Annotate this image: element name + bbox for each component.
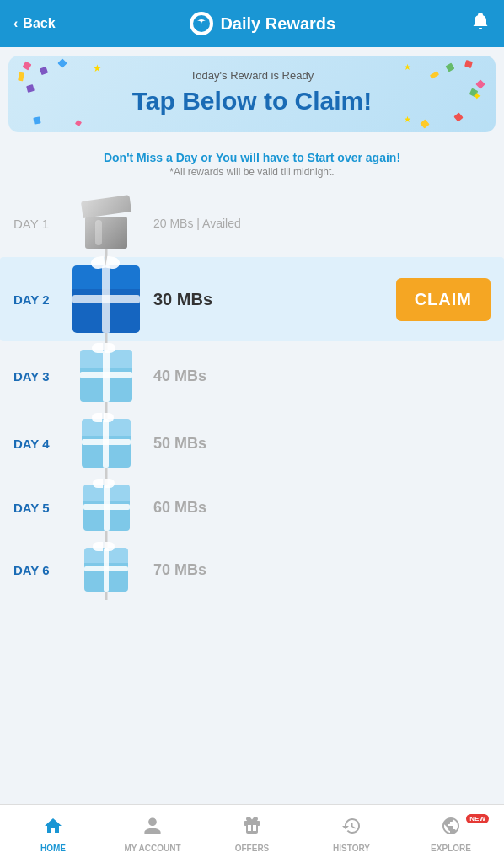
day-1-label: DAY 1 bbox=[13, 217, 72, 231]
nav-offers[interactable]: OFFERS bbox=[202, 816, 302, 853]
nav-my-account[interactable]: MY ACCOUNT bbox=[103, 816, 202, 853]
explore-icon bbox=[441, 816, 461, 841]
nav-home[interactable]: HOME bbox=[3, 816, 103, 853]
header: ‹ Back Daily Rewards bbox=[0, 0, 504, 47]
day-row-5: DAY 5 60 MBs bbox=[13, 476, 491, 539]
claim-button[interactable]: CLAIM bbox=[396, 278, 491, 321]
notification-bell-icon[interactable] bbox=[470, 11, 491, 36]
nav-home-label: HOME bbox=[40, 844, 66, 853]
nav-explore[interactable]: NEW EXPLORE bbox=[401, 816, 501, 853]
bottom-navigation: HOME MY ACCOUNT OFFERS HISTORY NEW bbox=[0, 804, 504, 863]
day-4-gift bbox=[72, 419, 140, 468]
day-2-reward: 30 MBs bbox=[140, 290, 396, 309]
reward-banner: ★ ★ ✦ ★ Today's Reward is Ready Tap Belo… bbox=[8, 56, 496, 132]
warning-section: Don't Miss a Day or You will have to Sta… bbox=[0, 141, 504, 181]
warning-main-text: Don't Miss a Day or You will have to Sta… bbox=[13, 151, 491, 164]
day-row-1: DAY 1 20 MBs | Availed bbox=[13, 190, 491, 257]
day-5-reward: 60 MBs bbox=[140, 499, 491, 517]
back-chevron-icon: ‹ bbox=[13, 16, 18, 31]
nav-history-label: HISTORY bbox=[333, 844, 370, 853]
day-5-gift-icon bbox=[83, 485, 130, 531]
brand-icon bbox=[190, 12, 213, 35]
day-6-label: DAY 6 bbox=[13, 563, 72, 577]
nav-offers-label: OFFERS bbox=[235, 844, 270, 853]
day-1-gift bbox=[72, 198, 140, 249]
day-row-3: DAY 3 40 MBs bbox=[13, 341, 491, 410]
day-row-2: DAY 2 30 MBs CLAIM bbox=[0, 257, 504, 341]
nav-history[interactable]: HISTORY bbox=[302, 816, 401, 853]
person-icon bbox=[142, 816, 163, 841]
back-button[interactable]: ‹ Back bbox=[13, 16, 56, 31]
day-6-gift-icon bbox=[84, 548, 128, 592]
warning-sub-text: *All rewards will be valid till midnight… bbox=[13, 166, 491, 178]
day-3-label: DAY 3 bbox=[13, 369, 72, 383]
telenor-logo-icon bbox=[192, 14, 211, 33]
day-2-gift bbox=[72, 265, 140, 333]
nav-explore-label: EXPLORE bbox=[431, 844, 471, 853]
day-5-gift bbox=[72, 485, 140, 531]
new-badge: NEW bbox=[466, 814, 489, 823]
day-3-reward: 40 MBs bbox=[140, 367, 491, 385]
nav-account-label: MY ACCOUNT bbox=[124, 844, 180, 853]
day-row-6: DAY 6 70 MBs bbox=[13, 539, 491, 600]
day-4-gift-icon bbox=[82, 419, 131, 468]
gift-icon bbox=[242, 816, 262, 841]
day-4-label: DAY 4 bbox=[13, 437, 72, 451]
day-2-gift-icon bbox=[72, 265, 140, 333]
day-4-reward: 50 MBs bbox=[140, 435, 491, 453]
day-3-gift-icon bbox=[80, 350, 132, 402]
page-title: Daily Rewards bbox=[220, 14, 335, 34]
header-title-wrap: Daily Rewards bbox=[190, 12, 335, 35]
day-6-gift bbox=[72, 548, 140, 592]
banner-title: Tap Below to Claim! bbox=[25, 87, 479, 115]
back-label: Back bbox=[23, 16, 55, 31]
day-1-reward: 20 MBs | Availed bbox=[140, 217, 491, 230]
day-2-label: DAY 2 bbox=[13, 292, 72, 307]
day-5-label: DAY 5 bbox=[13, 501, 72, 515]
day-6-reward: 70 MBs bbox=[140, 561, 491, 579]
banner-subtitle: Today's Reward is Ready bbox=[25, 69, 479, 82]
home-icon bbox=[43, 816, 63, 841]
day-1-tin-icon bbox=[81, 198, 131, 249]
history-icon bbox=[341, 816, 362, 841]
day-3-gift bbox=[72, 350, 140, 402]
day-row-4: DAY 4 50 MBs bbox=[13, 410, 491, 476]
days-list: DAY 1 20 MBs | Availed DAY 2 bbox=[0, 181, 504, 804]
